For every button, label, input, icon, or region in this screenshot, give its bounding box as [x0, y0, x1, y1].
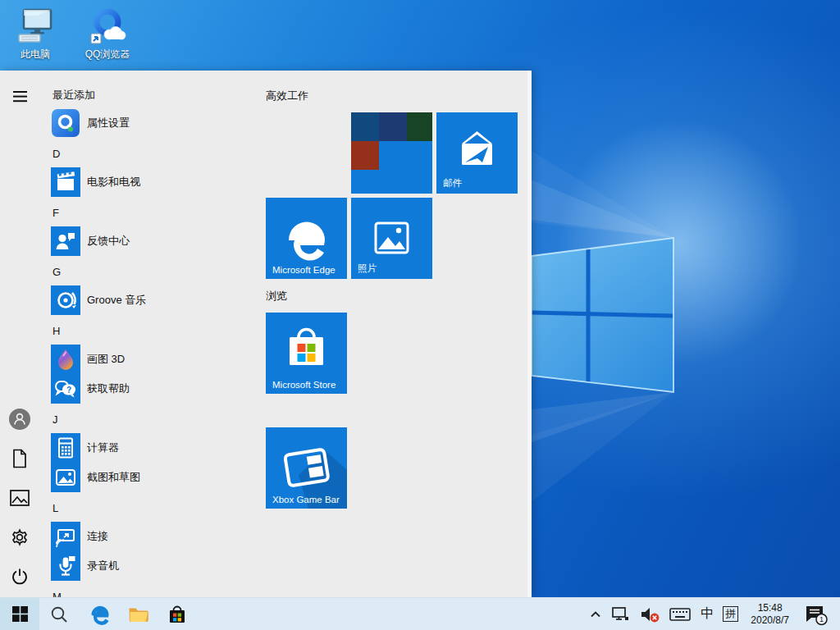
mosaic-square: [407, 112, 432, 141]
app-item-label: Groove 音乐: [87, 293, 146, 308]
rail-button-pictures[interactable]: [0, 478, 39, 518]
tile-label: Microsoft Store: [272, 380, 336, 390]
this-pc-icon: [15, 5, 56, 46]
app-item-label: 画图 3D: [87, 352, 125, 367]
app-list-item[interactable]: Groove 音乐: [51, 285, 264, 315]
paint-3d-icon: [51, 345, 80, 374]
desktop-icon-label: QQ浏览器: [85, 48, 130, 62]
start-menu-scrollbar[interactable]: [527, 71, 532, 597]
mosaic-square: [379, 112, 407, 141]
app-list-header[interactable]: D: [52, 148, 264, 160]
taskbar: 中 拼 15:48 2020/8/7 1: [0, 597, 840, 630]
calculator-icon: [51, 433, 80, 463]
app-list-header[interactable]: J: [52, 414, 264, 426]
tile-group-header[interactable]: 高效工作: [266, 90, 308, 102]
desktop-icon-this-pc[interactable]: 此电脑: [7, 5, 64, 62]
app-list-item[interactable]: ? 获取帮助: [51, 374, 264, 404]
tile-microsoft-edge[interactable]: Microsoft Edge: [266, 198, 347, 279]
svg-text:?: ?: [66, 386, 71, 395]
app-item-label: 连接: [87, 529, 108, 544]
mosaic-square: [351, 141, 379, 170]
app-list-header[interactable]: L: [52, 503, 264, 514]
clock-time: 15:48: [758, 602, 783, 614]
touch-keyboard-icon[interactable]: [666, 598, 694, 630]
start-button[interactable]: [0, 598, 39, 630]
app-list-item[interactable]: 截图和草图: [51, 463, 264, 492]
pictures-icon: [10, 490, 30, 506]
app-list-header[interactable]: 最近添加: [52, 89, 264, 101]
qq-app-icon: [51, 108, 80, 138]
rail-button-settings[interactable]: [0, 518, 39, 557]
tile-label: 照片: [358, 262, 377, 275]
app-item-label: 录音机: [87, 559, 119, 573]
connect-icon: [51, 522, 80, 551]
app-list-item[interactable]: 计算器: [51, 433, 264, 463]
app-item-label: 截图和草图: [87, 470, 140, 485]
ime-pinyin-indicator[interactable]: 拼: [723, 606, 738, 622]
volume-muted-icon[interactable]: [637, 598, 663, 630]
app-list-item[interactable]: 属性设置: [51, 108, 264, 138]
taskbar-clock[interactable]: 15:48 2020/8/7: [744, 602, 796, 627]
start-menu-app-list: 最近添加 属性设置D 电影和电视F 反馈中心G Groove 音乐H 画图 3D…: [39, 71, 264, 597]
app-list-item[interactable]: 连接: [51, 522, 264, 551]
app-list-item[interactable]: 录音机: [51, 551, 264, 581]
file-explorer-button[interactable]: [118, 598, 158, 630]
network-icon[interactable]: [609, 598, 633, 630]
tile-photos[interactable]: 照片: [351, 198, 432, 279]
app-item-label: 计算器: [87, 441, 119, 455]
qq-browser-icon: [87, 5, 128, 46]
tile-xbox-game-bar[interactable]: Xbox Game Bar: [266, 427, 347, 509]
system-tray: 中 拼 15:48 2020/8/7 1: [586, 598, 840, 630]
search-button[interactable]: [39, 598, 79, 630]
rail-button-user[interactable]: [0, 399, 39, 439]
hamburger-icon: [13, 91, 27, 103]
avatar-icon: [8, 408, 31, 431]
document-icon: [11, 449, 29, 468]
gear-icon: [10, 527, 30, 547]
app-item-label: 属性设置: [87, 116, 130, 130]
snip-sketch-icon: [51, 463, 80, 492]
ime-language-indicator[interactable]: 中: [697, 605, 717, 623]
app-item-label: 反馈中心: [87, 234, 130, 249]
hidden-icons-chevron[interactable]: [586, 598, 605, 630]
app-list-item[interactable]: 反馈中心: [51, 226, 264, 256]
get-help-icon: ?: [51, 374, 80, 404]
clock-date: 2020/8/7: [751, 614, 789, 627]
desktop-icon-qq-browser[interactable]: QQ浏览器: [79, 5, 136, 62]
groove-music-icon: [51, 285, 80, 315]
app-item-label: 电影和电视: [87, 175, 140, 189]
app-list-header[interactable]: H: [52, 326, 264, 337]
start-menu-rail: [0, 71, 39, 597]
desktop-icon-area: 此电脑 QQ浏览器: [7, 5, 136, 62]
app-list-item[interactable]: 电影和电视: [51, 167, 264, 197]
tile-label: Microsoft Edge: [272, 265, 336, 275]
action-center-button[interactable]: 1: [799, 598, 832, 630]
start-menu: 最近添加 属性设置D 电影和电视F 反馈中心G Groove 音乐H 画图 3D…: [0, 71, 532, 597]
rail-button-menu[interactable]: [0, 77, 39, 116]
svg-text:1: 1: [819, 615, 824, 623]
tile-group-header[interactable]: 浏览: [266, 290, 287, 302]
rail-button-power[interactable]: [0, 557, 39, 596]
tile-label: Xbox Game Bar: [272, 495, 340, 504]
tile-mail[interactable]: 邮件: [436, 112, 518, 194]
app-list-header[interactable]: F: [52, 208, 264, 219]
store-taskbar-button[interactable]: [158, 598, 197, 630]
screen: 此电脑 QQ浏览器 最近添加 属性设置D: [0, 0, 840, 630]
app-list-header[interactable]: M: [52, 591, 264, 597]
edge-taskbar-button[interactable]: [79, 598, 118, 630]
tile-live-mosaic[interactable]: [351, 112, 432, 194]
app-list-item[interactable]: 画图 3D: [51, 345, 264, 374]
power-icon: [10, 567, 30, 587]
mosaic-square: [351, 112, 379, 141]
voice-recorder-icon: [51, 551, 80, 581]
tile-microsoft-store[interactable]: Microsoft Store: [266, 313, 347, 394]
rail-button-documents[interactable]: [0, 439, 39, 478]
desktop-icon-label: 此电脑: [21, 48, 50, 62]
movies-tv-icon: [51, 167, 80, 197]
feedback-hub-icon: [51, 226, 80, 256]
app-item-label: 获取帮助: [87, 381, 130, 396]
tile-label: 邮件: [443, 177, 462, 189]
app-list-header[interactable]: G: [52, 267, 264, 278]
